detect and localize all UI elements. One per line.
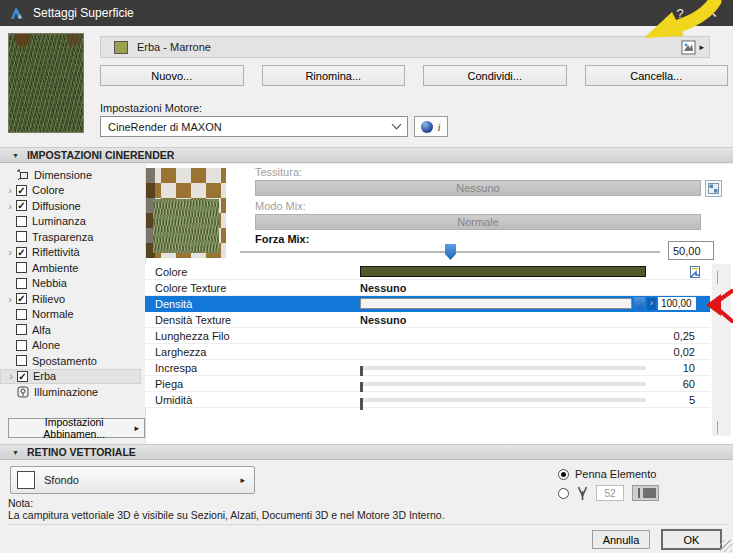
grass-row-colore-texture[interactable]: Colore TextureNessuno (145, 280, 710, 296)
fill-pattern-combo[interactable]: Sfondo ▸ (10, 466, 255, 494)
row-numeric-value[interactable]: 5 (689, 394, 695, 406)
section-title: IMPOSTAZIONI CINERENDER (27, 149, 174, 161)
row-label: Lunghezza Filo (155, 330, 230, 342)
tree-item-ambiente[interactable]: Ambiente (0, 260, 145, 276)
checkbox[interactable] (16, 309, 27, 320)
modo-mix-dropdown[interactable]: Normale (255, 214, 701, 230)
section-header-retino[interactable]: ▼ RETINO VETTORIALE (0, 444, 733, 460)
grass-row-umidit[interactable]: Umidità5 (145, 392, 710, 408)
pen-element-radio[interactable] (558, 469, 569, 480)
chevron-down-icon (392, 120, 402, 130)
expand-arrow-icon[interactable]: › (4, 200, 16, 212)
grass-row-densit-texture[interactable]: Densità TextureNessuno (145, 312, 710, 328)
expand-arrow-icon[interactable]: › (4, 184, 16, 196)
grass-row-densit[interactable]: Densità›100,00 (145, 296, 710, 312)
checkbox-checked[interactable]: ✓ (17, 371, 28, 382)
tree-item-alone[interactable]: Alone (0, 338, 145, 354)
pen-color-preview[interactable] (632, 485, 659, 501)
row-numeric-value[interactable]: 0,02 (674, 346, 695, 358)
texture-thumbnail-icon (681, 40, 696, 55)
section-header-cinerender[interactable]: ▼ IMPOSTAZIONI CINERENDER (0, 147, 733, 163)
tree-item-nebbia[interactable]: Nebbia (0, 276, 145, 292)
row-slider[interactable] (360, 366, 646, 370)
checkbox-checked[interactable]: ✓ (16, 200, 27, 211)
row-text-value: Nessuno (360, 314, 406, 326)
grass-row-increspa[interactable]: Increspa10 (145, 360, 710, 376)
grass-row-piega[interactable]: Piega60 (145, 376, 710, 392)
tree-item-trasparenza[interactable]: Trasparenza (0, 229, 145, 245)
tree-item-rilievo[interactable]: ›✓Rilievo (0, 291, 145, 307)
vertical-scrollbar[interactable] (712, 264, 731, 436)
engine-label: Impostazioni Motore: (100, 102, 202, 114)
fill-pattern-swatch (17, 471, 35, 489)
color-value-bar[interactable] (360, 266, 646, 277)
checkbox-checked[interactable]: ✓ (16, 185, 27, 196)
grass-row-colore[interactable]: Colore (145, 264, 710, 280)
surface-name-combo[interactable]: Erba - Marrone ▸ (100, 36, 710, 58)
action-button-cancella[interactable]: Cancella... (585, 65, 729, 86)
density-value-field[interactable]: 100,00 (658, 297, 696, 310)
checkbox-checked[interactable]: ✓ (16, 247, 27, 258)
density-slider-handle[interactable] (634, 297, 645, 310)
grass-row-larghezza[interactable]: Larghezza0,02 (145, 344, 710, 360)
checkbox-checked[interactable]: ✓ (16, 293, 27, 304)
action-button-rinomina[interactable]: Rinomina... (262, 65, 406, 86)
density-slider-track[interactable] (360, 298, 632, 309)
checkbox[interactable] (16, 216, 27, 227)
grass-material-preview (146, 168, 226, 258)
tree-item-illuminazione[interactable]: Illuminazione (0, 384, 145, 400)
tree-item-riflettivit[interactable]: ›✓Riflettività (0, 245, 145, 261)
forza-mix-value-field[interactable]: 50,00 (668, 241, 714, 260)
tree-item-dimensione[interactable]: Dimensione (0, 167, 145, 183)
tree-item-erba[interactable]: ›✓Erba (0, 369, 141, 385)
pen-nib-icon (577, 486, 588, 501)
forza-mix-label: Forza Mix: (255, 233, 309, 245)
tree-item-diffusione[interactable]: ›✓Diffusione (0, 198, 145, 214)
tree-item-normale[interactable]: Normale (0, 307, 145, 323)
tessitura-label: Tessitura: (255, 166, 302, 178)
checkbox[interactable] (16, 355, 27, 366)
expand-arrow-icon[interactable]: › (4, 293, 16, 305)
resize-grip[interactable] (720, 540, 732, 552)
engine-combo[interactable]: CineRender di MAXON (100, 116, 408, 137)
expand-arrow-icon[interactable]: › (4, 246, 16, 258)
tessitura-dropdown[interactable]: Nessuno (255, 180, 701, 196)
checkbox[interactable] (16, 278, 27, 289)
engine-info-button[interactable]: i (414, 116, 448, 137)
checkbox[interactable] (16, 340, 27, 351)
checkbox[interactable] (16, 231, 27, 242)
expand-arrow-icon[interactable]: › (5, 370, 17, 382)
row-slider-fill (360, 398, 363, 410)
close-button[interactable]: ✕ (697, 0, 727, 26)
row-numeric-value[interactable]: 0,25 (674, 330, 695, 342)
row-slider[interactable] (360, 382, 646, 386)
grass-row-lunghezza-filo[interactable]: Lunghezza Filo0,25 (145, 328, 710, 344)
row-numeric-value[interactable]: 60 (683, 378, 695, 390)
checkbox[interactable] (16, 262, 27, 273)
tree-item-spostamento[interactable]: Spostamento (0, 353, 145, 369)
row-text-value: Nessuno (360, 282, 406, 294)
texture-picker-button[interactable] (705, 180, 722, 197)
menu-arrow-icon: ▸ (134, 423, 139, 433)
help-button[interactable]: ? (665, 0, 695, 26)
surface-preview-image (8, 33, 84, 133)
row-slider[interactable] (360, 398, 646, 402)
match-settings-button[interactable]: Impostazioni Abbinamen... ▸ (8, 418, 145, 438)
scroll-down-icon[interactable] (717, 421, 718, 433)
scroll-up-icon[interactable] (717, 271, 718, 283)
render-sphere-icon (421, 121, 433, 133)
action-button-nuovo[interactable]: Nuovo... (100, 65, 244, 86)
tree-item-alfa[interactable]: Alfa (0, 322, 145, 338)
spinner-icon[interactable]: › (647, 298, 656, 310)
row-numeric-value[interactable]: 10 (683, 362, 695, 374)
pen-number-field[interactable]: 52 (596, 485, 624, 501)
custom-pen-radio[interactable] (558, 488, 569, 499)
checkbox[interactable] (16, 324, 27, 335)
action-button-condividi[interactable]: Condividi... (423, 65, 567, 86)
surface-menu-arrow-icon[interactable]: ▸ (699, 42, 704, 52)
tree-item-luminanza[interactable]: Luminanza (0, 214, 145, 230)
texture-paste-icon[interactable] (688, 265, 702, 279)
cancel-button[interactable]: Annulla (592, 530, 650, 549)
ok-button[interactable]: OK (661, 529, 722, 550)
tree-item-colore[interactable]: ›✓Colore (0, 183, 145, 199)
